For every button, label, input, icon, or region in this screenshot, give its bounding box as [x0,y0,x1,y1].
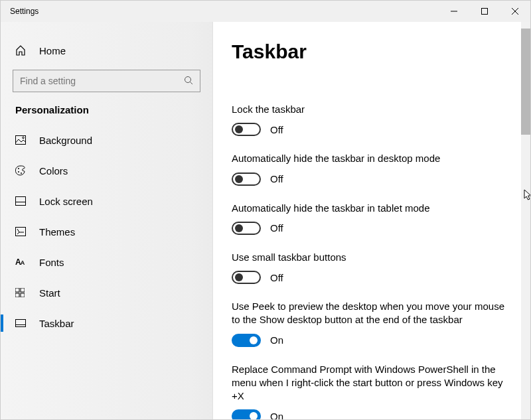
scrollbar-thumb[interactable] [521,29,530,135]
setting-replace-cmd: Replace Command Prompt with Windows Powe… [232,363,512,420]
toggle-lock-taskbar[interactable] [232,123,261,136]
sidebar-item-label: Taskbar [39,318,74,329]
svg-rect-11 [16,197,26,206]
sidebar-item-lockscreen[interactable]: Lock screen [1,186,212,216]
svg-rect-18 [16,320,26,327]
home-icon [15,45,31,56]
sidebar-item-themes[interactable]: Themes [1,216,212,247]
setting-label: Replace Command Prompt with Windows Powe… [232,363,510,403]
setting-autohide-tablet: Automatically hide the taskbar in tablet… [232,202,512,235]
svg-point-4 [185,76,191,82]
content-area: Taskbar Lock the taskbar Off Automatical… [213,22,530,419]
minimize-button[interactable] [439,1,469,22]
toggle-state: On [270,334,283,346]
sidebar-item-label: Fonts [39,257,64,268]
taskbar-icon [15,319,31,327]
toggle-state: Off [270,124,283,135]
svg-rect-1 [482,9,488,15]
scrollbar-track[interactable] [521,22,530,419]
svg-rect-15 [21,288,25,292]
setting-lock-taskbar: Lock the taskbar Off [232,103,512,136]
sidebar-item-fonts[interactable]: AA Fonts [1,247,212,277]
svg-point-10 [21,173,22,174]
sidebar-item-label: Start [39,287,60,299]
setting-label: Automatically hide the taskbar in tablet… [232,202,510,215]
toggle-state: Off [270,272,283,283]
sidebar-item-taskbar[interactable]: Taskbar [1,308,212,338]
sidebar-home-label: Home [39,45,66,56]
svg-rect-12 [16,202,26,206]
page-title: Taskbar [232,40,512,63]
setting-label: Lock the taskbar [232,103,510,116]
window-title: Settings [10,7,38,16]
start-icon [15,288,31,297]
search-input[interactable] [20,76,184,86]
window-controls [439,1,530,22]
sidebar-item-label: Colors [39,165,68,176]
toggle-state: On [270,411,283,419]
setting-label: Automatically hide the taskbar in deskto… [232,152,510,165]
toggle-small-buttons[interactable] [232,271,261,284]
sidebar-item-background[interactable]: Background [1,125,212,155]
svg-line-5 [190,82,193,84]
svg-rect-17 [21,293,25,297]
close-button[interactable] [500,1,530,22]
svg-point-8 [18,168,19,169]
svg-rect-14 [15,288,19,292]
sidebar-item-label: Themes [39,226,75,238]
svg-rect-16 [15,293,19,297]
setting-autohide-desktop: Automatically hide the taskbar in deskto… [232,152,512,185]
titlebar: Settings [1,1,530,22]
themes-icon [15,227,31,236]
fonts-icon: AA [15,257,31,267]
toggle-state: Off [270,173,283,184]
setting-use-peek: Use Peek to preview the desktop when you… [232,300,512,347]
search-icon [184,76,193,87]
sidebar-item-start[interactable]: Start [1,277,212,308]
palette-icon [15,165,31,176]
toggle-autohide-desktop[interactable] [232,173,261,186]
sidebar: Home Personalization Background Colors [1,22,213,419]
sidebar-item-label: Lock screen [39,196,93,207]
sidebar-item-label: Background [39,135,92,146]
sidebar-item-colors[interactable]: Colors [1,155,212,186]
setting-label: Use small taskbar buttons [232,251,510,264]
setting-small-buttons: Use small taskbar buttons Off [232,251,512,284]
svg-point-7 [23,137,25,139]
toggle-replace-cmd[interactable] [232,409,261,419]
svg-point-9 [18,171,19,173]
maximize-button[interactable] [469,1,500,22]
sidebar-home[interactable]: Home [1,36,212,64]
sidebar-category: Personalization [1,104,212,125]
svg-rect-13 [16,228,26,236]
picture-icon [15,135,31,145]
toggle-state: Off [270,222,283,234]
toggle-use-peek[interactable] [232,334,261,347]
search-box[interactable] [13,70,200,92]
lockscreen-icon [15,196,31,206]
toggle-autohide-tablet[interactable] [232,222,261,235]
setting-label: Use Peek to preview the desktop when you… [232,300,510,327]
